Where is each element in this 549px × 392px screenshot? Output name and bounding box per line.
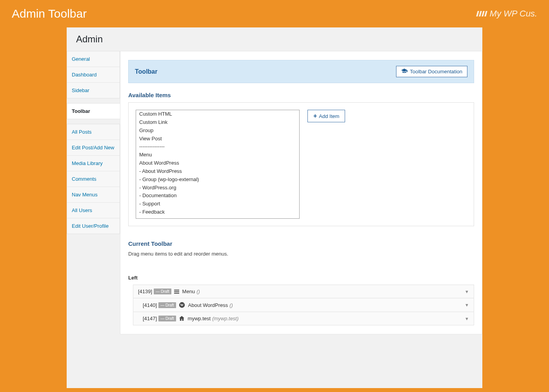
toolbar-item-row[interactable]: [4140]— DraftWAbout WordPress ()▼ <box>133 298 474 312</box>
sidebar-group-2: All Posts Edit Post/Add New Media Librar… <box>67 124 120 234</box>
row-meta: () <box>196 289 200 294</box>
available-option[interactable]: - WordPress.org <box>136 184 299 192</box>
chevron-down-icon[interactable]: ▼ <box>465 303 469 307</box>
available-option[interactable]: --------------- <box>136 143 299 151</box>
graduation-cap-icon <box>401 69 407 74</box>
available-items-box: Custom HTMLCustom LinkGroupView Post----… <box>128 102 474 226</box>
row-label: About WordPress <box>188 302 228 308</box>
sidebar-item-general[interactable]: General <box>67 51 120 67</box>
content-wrap: General Dashboard Sidebar Toolbar All Po… <box>67 51 482 334</box>
row-meta: (mywp.test) <box>212 316 238 321</box>
available-option[interactable]: - Feedback <box>136 208 299 216</box>
available-option[interactable]: About WordPress <box>136 159 299 167</box>
brand-bars-icon <box>477 11 487 16</box>
main-container: Admin General Dashboard Sidebar Toolbar … <box>67 27 482 388</box>
toolbar-item-row[interactable]: [4147]— Draftmywp.test (mywp.test)▼ <box>133 312 474 325</box>
available-option[interactable]: View Post <box>136 135 299 143</box>
row-id: [4139] <box>138 289 152 294</box>
sidebar-item-all-posts[interactable]: All Posts <box>67 124 120 140</box>
chevron-down-icon[interactable]: ▼ <box>465 289 469 294</box>
admin-heading: Admin <box>67 27 482 51</box>
row-id: [4147] <box>143 316 157 321</box>
sidebar-item-toolbar[interactable]: Toolbar <box>67 103 120 119</box>
menu-icon <box>174 290 179 294</box>
add-item-button[interactable]: + Add Item <box>307 110 345 122</box>
top-header: Admin Toolbar My WP Cus. <box>0 0 549 27</box>
available-items-title: Available Items <box>128 92 474 98</box>
available-option[interactable]: Custom HTML <box>136 110 299 118</box>
sidebar-group-1: General Dashboard Sidebar <box>67 51 120 98</box>
available-option[interactable]: - Support <box>136 200 299 208</box>
toolbar-documentation-button[interactable]: Toolbar Documentation <box>396 66 467 77</box>
available-option[interactable]: Menu <box>136 151 299 159</box>
wordpress-icon: W <box>179 302 185 308</box>
toolbar-banner: Toolbar Toolbar Documentation <box>128 60 474 83</box>
row-label: Menu <box>182 289 195 294</box>
plus-icon: + <box>313 113 317 119</box>
draft-badge: — Draft <box>154 289 171 294</box>
sidebar-item-dashboard[interactable]: Dashboard <box>67 67 120 83</box>
brand-text: My WP Cus. <box>490 9 537 19</box>
sidebar: General Dashboard Sidebar Toolbar All Po… <box>67 51 120 334</box>
toolbar-item-row[interactable]: [4139]— DraftMenu ()▼ <box>133 285 474 298</box>
draft-badge: — Draft <box>158 316 176 321</box>
home-icon <box>179 316 185 321</box>
main-panel: Toolbar Toolbar Documentation Available … <box>120 51 482 334</box>
sidebar-item-nav-menus[interactable]: Nav Menus <box>67 187 120 203</box>
draft-badge: — Draft <box>158 302 176 308</box>
current-toolbar-helper: Drag menu items to edit and reorder menu… <box>128 251 474 257</box>
available-option[interactable]: Custom Link <box>136 118 299 127</box>
row-id: [4140] <box>143 302 157 308</box>
toolbar-banner-title: Toolbar <box>135 68 157 75</box>
sidebar-item-sidebar[interactable]: Sidebar <box>67 83 120 98</box>
brand: My WP Cus. <box>477 9 537 19</box>
available-option[interactable]: mywp.test <box>136 216 299 219</box>
row-label: mywp.test <box>188 316 211 321</box>
add-item-label: Add Item <box>319 113 339 119</box>
chevron-down-icon[interactable]: ▼ <box>465 316 469 321</box>
doc-button-label: Toolbar Documentation <box>410 69 462 74</box>
available-option[interactable]: Group <box>136 127 299 135</box>
left-section-label: Left <box>128 275 474 281</box>
available-option[interactable]: - Documentation <box>136 192 299 200</box>
sidebar-item-edit-post[interactable]: Edit Post/Add New <box>67 140 120 156</box>
page-title: Admin Toolbar <box>12 7 87 20</box>
svg-text:W: W <box>180 303 184 307</box>
sidebar-item-all-users[interactable]: All Users <box>67 203 120 218</box>
sidebar-item-media-library[interactable]: Media Library <box>67 156 120 171</box>
available-items-select[interactable]: Custom HTMLCustom LinkGroupView Post----… <box>136 110 300 219</box>
row-meta: () <box>229 302 233 308</box>
sidebar-item-edit-user[interactable]: Edit User/Profile <box>67 218 120 234</box>
current-toolbar-title: Current Toolbar <box>128 240 474 247</box>
available-option[interactable]: - Group (wp-logo-external) <box>136 176 299 184</box>
toolbar-items-list: [4139]— DraftMenu ()▼[4140]— DraftWAbout… <box>133 285 474 325</box>
available-option[interactable]: - About WordPress <box>136 167 299 176</box>
sidebar-item-comments[interactable]: Comments <box>67 171 120 187</box>
